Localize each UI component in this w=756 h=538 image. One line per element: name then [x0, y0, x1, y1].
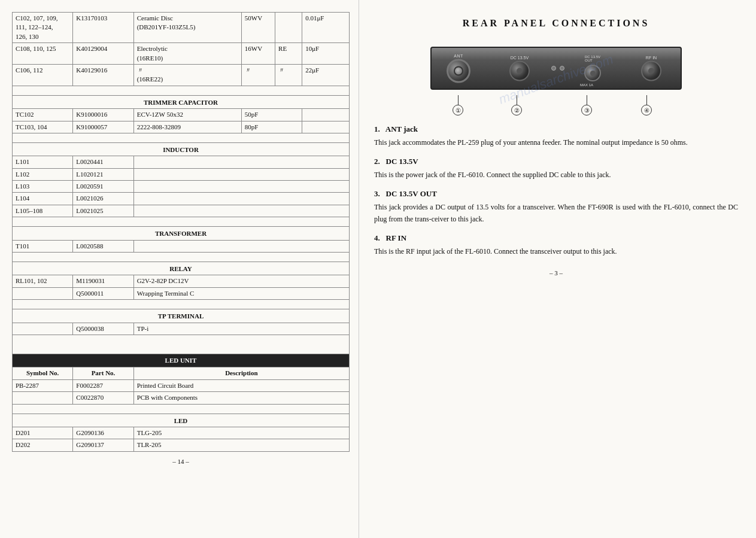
symbol-cell: T101: [13, 240, 73, 252]
symbol-cell: RL101, 102: [13, 275, 73, 287]
empty-row: [13, 404, 350, 409]
desc-cell: G2V-2-82P DC12V: [133, 275, 349, 287]
section-header-led: LED: [13, 414, 350, 427]
part-cell: K40129004: [73, 43, 133, 65]
led-unit-header: LED UNIT: [13, 354, 350, 367]
table-row: C0022870 PCB with Components: [13, 392, 350, 404]
section-2: 2. DC 13.5V This is the power jack of th…: [374, 157, 738, 181]
symbol-cell: TC102: [13, 109, 73, 121]
value-cell: 22μF: [302, 64, 350, 86]
right-page-number: – 3 –: [374, 269, 738, 276]
left-page-number: – 14 –: [12, 458, 350, 465]
desc-cell: PCB with Components: [133, 392, 349, 404]
sections-container: 1. ANT jack This jack accommodates the P…: [374, 124, 738, 257]
spec-cell: 50pF: [241, 109, 302, 121]
callout-4: ④: [641, 105, 652, 115]
desc-cell: TLR-205: [133, 439, 349, 451]
symbol-cell: D202: [13, 439, 73, 451]
table-row: L103 L0020591: [13, 181, 350, 193]
section-header-transformer: TRANSFORMER: [13, 227, 350, 240]
empty-row: [13, 305, 350, 309]
empty-row: [13, 222, 350, 227]
value-cell: 0.01μF: [302, 13, 350, 43]
desc-cell: Printed Circuit Board: [133, 379, 349, 391]
table-row: C102, 107, 109,111, 122–124,126, 130 K13…: [13, 13, 350, 43]
symbol-cell: L105–108: [13, 205, 73, 217]
desc-cell: [133, 168, 349, 180]
table-row: Q5000011 Wrapping Terminal C: [13, 287, 350, 299]
max1a-label: MAX 1A: [580, 83, 593, 87]
desc-cell: [133, 240, 349, 252]
section-2-text: This is the power jack of the FL-6010. C…: [374, 169, 738, 181]
section-header-trimmer: TRIMMER CAPACITOR: [13, 95, 350, 108]
section-2-heading: DC 13.5V: [386, 157, 418, 166]
ant-label: ANT: [454, 54, 463, 58]
desc-cell: TLG-205: [133, 427, 349, 439]
symbol-cell: C102, 107, 109,111, 122–124,126, 130: [13, 13, 73, 43]
part-cell: Q5000011: [73, 287, 133, 299]
rear-panel-diagram: ANT DC 13.5V: [424, 44, 688, 115]
section-3-text: This jack provides a DC output of 13.5 v…: [374, 202, 738, 224]
rfin-label: RF IN: [646, 56, 657, 60]
section-4-heading: RF IN: [386, 233, 407, 242]
empty-row: [13, 253, 350, 257]
desc-cell: Wrapping Terminal C: [133, 287, 349, 299]
empty-row: [13, 217, 350, 222]
col-header-desc: Description: [133, 367, 349, 379]
table-row: T101 L0020588: [13, 240, 350, 252]
part-cell: F0002287: [73, 379, 133, 391]
symbol-cell: L103: [13, 181, 73, 193]
empty-row: [13, 133, 350, 138]
section-1-heading: ANT jack: [385, 124, 418, 133]
part-cell: L1020121: [73, 168, 133, 180]
symbol-cell: L101: [13, 156, 73, 168]
section-header-tp: TP TERMINAL: [13, 309, 350, 323]
section-header-inductor: INDUCTOR: [13, 142, 350, 156]
desc-cell: [133, 205, 349, 217]
empty-row: [13, 344, 350, 349]
part-cell: K91000016: [73, 109, 133, 121]
page-title: REAR PANEL CONNECTIONS: [374, 18, 738, 29]
empty-row: [13, 90, 350, 95]
empty-row: [13, 300, 350, 305]
part-cell: M1190031: [73, 275, 133, 287]
callout-2: ②: [511, 105, 522, 115]
empty-row: [13, 335, 350, 339]
part-cell: K13170103: [73, 13, 133, 43]
parts-table: C102, 107, 109,111, 122–124,126, 130 K13…: [12, 12, 350, 452]
desc-cell: 〃(16RE22): [133, 64, 241, 86]
table-row: C106, 112 K40129016 〃(16RE22) 〃 〃 22μF: [13, 64, 350, 86]
value-cell: [302, 121, 350, 133]
value-cell: 10μF: [302, 43, 350, 65]
table-row: RL101, 102 M1190031 G2V-2-82P DC12V: [13, 275, 350, 287]
part-cell: L0020588: [73, 240, 133, 252]
part-cell: K40129016: [73, 64, 133, 86]
section-2-num: 2.: [374, 157, 380, 166]
section-3-num: 3.: [374, 189, 380, 198]
spec-cell2: RE: [275, 43, 302, 65]
symbol-cell: PB-2287: [13, 379, 73, 391]
symbol-cell: L102: [13, 168, 73, 180]
part-cell: L0020441: [73, 156, 133, 168]
part-cell: Q5000038: [73, 323, 133, 335]
desc-cell: TP-i: [133, 323, 349, 335]
section-1: 1. ANT jack This jack accommodates the P…: [374, 124, 738, 148]
spec-cell2: 〃: [275, 64, 302, 86]
table-row: TC103, 104 K91000057 2222-808-32809 80pF: [13, 121, 350, 133]
desc-cell: [133, 193, 349, 205]
table-row: L105–108 L0021025: [13, 205, 350, 217]
table-row: Q5000038 TP-i: [13, 323, 350, 335]
col-headers-row: Symbol No. Part No. Description: [13, 367, 350, 379]
part-cell: G2090136: [73, 427, 133, 439]
part-cell: G2090137: [73, 439, 133, 451]
desc-cell: [133, 181, 349, 193]
desc-cell: Electrolytic(16RE10): [133, 43, 241, 65]
desc-cell: 2222-808-32809: [133, 121, 241, 133]
section-4-text: This is the RF input jack of the FL-6010…: [374, 246, 738, 257]
part-cell: C0022870: [73, 392, 133, 404]
right-page: REAR PANEL CONNECTIONS ANT DC 13.5V: [359, 0, 756, 538]
spec-cell: 16WV: [241, 43, 275, 65]
callout-1: ①: [453, 105, 463, 115]
table-row: C108, 110, 125 K40129004 Electrolytic(16…: [13, 43, 350, 65]
symbol-cell: [13, 287, 73, 299]
